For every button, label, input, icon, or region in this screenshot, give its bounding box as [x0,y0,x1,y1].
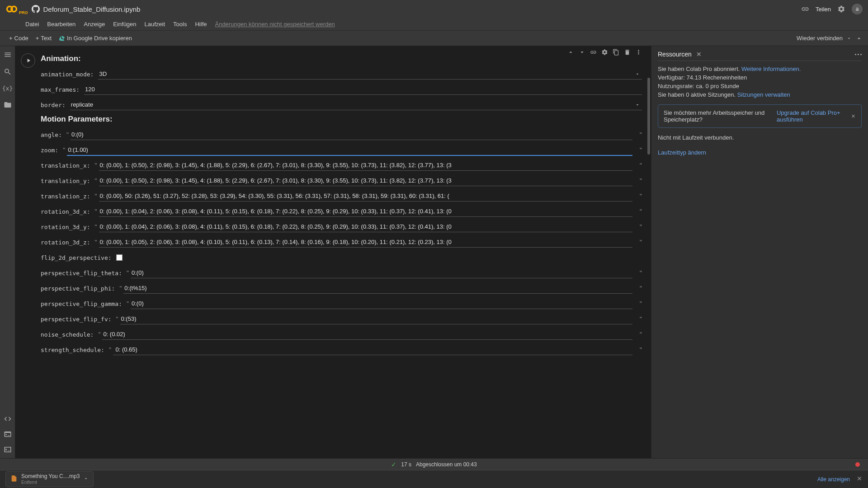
menu-laufzeit[interactable]: Laufzeit [145,21,165,28]
chevron-up-icon[interactable] [83,476,89,483]
mirror-cell-icon[interactable] [613,49,619,56]
label-strength-schedule: strength_schedule: [41,347,104,353]
menu-hilfe[interactable]: Hilfe [195,21,207,28]
more-icon[interactable] [855,54,862,55]
menu-einfugen[interactable]: Einfügen [113,21,136,28]
input-persp-fv[interactable] [120,314,632,324]
share-link-icon[interactable] [801,5,809,13]
input-strength-schedule[interactable] [113,344,632,355]
search-icon[interactable] [4,68,12,76]
checkbox-flip-2d[interactable] [116,254,123,261]
menu-bar: Datei Bearbeiten Anzeige Einfügen Laufze… [0,18,868,31]
unsaved-warning[interactable]: Änderungen können nicht gespeichert werd… [215,21,335,28]
delete-cell-icon[interactable] [624,49,631,56]
label-translation-x: translation_x: [41,162,90,169]
chevron-down-icon[interactable] [846,36,852,41]
close-icon[interactable] [856,475,863,483]
file-icon [10,475,18,483]
download-bar: Something You C....mp3 Entfernt Alle anz… [0,470,868,488]
res-available: Verfügbar: 74.13 Recheneinheiten [658,74,862,81]
input-angle[interactable] [71,129,632,140]
logo-sub: PRO [19,10,28,15]
resources-panel: Ressourcen ✕ Sie haben Colab Pro abonnie… [651,46,868,458]
main-area: {x} Animation: [0,46,868,458]
input-noise-schedule[interactable] [102,329,632,340]
link-change-runtime[interactable]: Laufzeittyp ändern [658,149,862,156]
input-border[interactable] [70,99,642,110]
status-seconds: 17 s [401,461,411,468]
label-rotation-3d-z: rotation_3d_z: [41,239,90,246]
show-all-downloads[interactable]: Alle anzeigen [817,476,850,483]
input-rotation-3d-x[interactable] [99,206,632,217]
resources-title: Ressourcen [658,51,692,58]
input-max-frames[interactable] [84,84,642,95]
reconnect-button[interactable]: Wieder verbinden [797,35,843,42]
notebook-filename[interactable]: Deforum_Stable_Diffusion.ipynb [43,5,141,13]
input-persp-theta[interactable] [131,267,632,278]
close-icon[interactable] [851,113,856,119]
close-icon[interactable]: ✕ [696,51,702,58]
toc-icon[interactable] [4,51,12,59]
label-rotation-3d-y: rotation_3d_y: [41,224,90,230]
label-max-frames: max_frames: [41,86,80,93]
github-icon [32,5,40,13]
copy-to-drive-button[interactable]: In Google Drive kopieren [55,33,136,43]
label-translation-z: translation_z: [41,193,90,200]
status-done: Abgeschlossen um 00:43 [416,461,477,468]
input-rotation-3d-z[interactable] [99,237,632,248]
input-persp-gamma[interactable] [131,298,632,309]
label-noise-schedule: noise_schedule: [41,331,94,338]
link-manage-sessions[interactable]: Sitzungen verwalten [737,91,790,98]
status-bar: ✓ 17 s Abgeschlossen um 00:43 [0,458,868,470]
input-translation-x[interactable] [99,160,632,171]
label-zoom: zoom: [41,147,58,154]
add-text-button[interactable]: + Text [32,33,55,43]
input-translation-z[interactable] [99,191,632,202]
menu-bearbeiten[interactable]: Bearbeiten [47,21,75,28]
terminal2-icon[interactable] [4,446,12,454]
left-sidebar: {x} [0,46,15,458]
label-persp-fv: perspective_flip_fv: [41,316,112,323]
input-rotation-3d-y[interactable] [99,221,632,232]
upgrade-button[interactable]: Upgrade auf Colab Pro+ ausführen [777,109,847,123]
label-persp-phi: perspective_flip_phi: [41,285,115,292]
download-status: Entfernt [21,480,80,485]
scrollbar[interactable] [647,78,650,155]
res-pro-text: Sie haben Colab Pro abonniert. [658,66,740,72]
download-item[interactable]: Something You C....mp3 Entfernt [5,471,94,487]
link-cell-icon[interactable] [590,49,597,56]
label-rotation-3d-x: rotation_3d_x: [41,208,90,215]
colab-logo-icon [5,3,18,15]
input-persp-phi[interactable] [123,283,632,294]
terminal-icon[interactable] [4,430,12,438]
menu-anzeige[interactable]: Anzeige [84,21,105,28]
folder-icon[interactable] [4,101,12,109]
res-sessions: Sie haben 0 aktive Sitzungen. [658,91,736,98]
input-translation-y[interactable] [99,175,632,186]
chevron-up-icon[interactable] [855,35,863,42]
input-animation-mode[interactable] [98,69,642,80]
label-flip-2d: flip_2d_perspective: [41,254,112,261]
notebook-area: Animation: animation_mode: max_frames: b… [15,46,651,458]
link-more-info[interactable]: Weitere Informationen. [741,66,801,72]
label-angle: angle: [41,131,62,138]
more-cell-icon[interactable] [635,49,642,56]
toolbar: + Code + Text In Google Drive kopieren W… [0,31,868,46]
share-button[interactable]: Teilen [816,6,831,13]
top-bar: PRO Deforum_Stable_Diffusion.ipynb Teile… [0,0,868,18]
upgrade-banner: Sie möchten mehr Arbeitsspeicher und Spe… [658,104,862,128]
code-icon[interactable] [4,415,12,423]
add-code-button[interactable]: + Code [5,33,32,43]
res-not-connected: Nicht mit Laufzeit verbunden. [658,134,862,141]
run-cell-button[interactable] [21,53,35,68]
move-down-icon[interactable] [579,49,585,56]
menu-tools[interactable]: Tools [173,21,187,28]
variables-icon[interactable]: {x} [2,85,13,92]
gear-icon[interactable] [837,5,845,13]
settings-cell-icon[interactable] [601,49,608,56]
move-up-icon[interactable] [567,49,574,56]
menu-datei[interactable]: Datei [25,21,39,28]
input-zoom[interactable] [67,145,632,156]
avatar[interactable]: a [852,4,863,14]
label-animation-mode: animation_mode: [41,71,94,78]
